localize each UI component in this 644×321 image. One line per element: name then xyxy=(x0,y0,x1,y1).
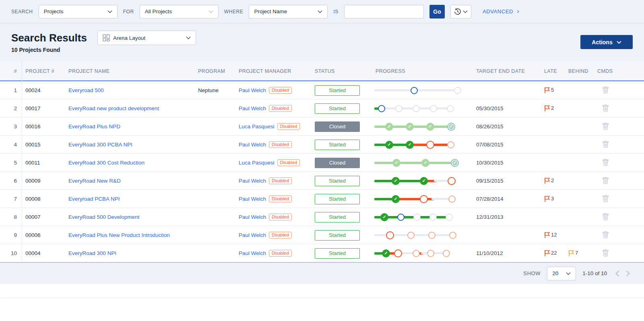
project-name-link[interactable]: EveryRoad 300 NPI xyxy=(68,250,116,256)
project-manager-link[interactable]: Paul Welch xyxy=(239,196,266,202)
project-manager-link[interactable]: Luca Pasquesi xyxy=(239,160,275,166)
progress-segment xyxy=(401,107,414,109)
advanced-search-link[interactable]: ADVANCED xyxy=(483,8,520,14)
search-history-button[interactable] xyxy=(450,5,471,19)
column-header-target-end-date[interactable]: TARGET END DATE xyxy=(473,68,541,74)
progress-segment xyxy=(413,144,427,146)
milestone-node: ✓ xyxy=(421,159,429,167)
project-manager-link[interactable]: Paul Welch xyxy=(239,178,266,184)
delete-row-button[interactable] xyxy=(602,231,609,239)
progress-track xyxy=(376,105,469,112)
milestone-node xyxy=(378,105,385,112)
delete-row-button[interactable] xyxy=(602,104,609,112)
actions-button[interactable]: Actions xyxy=(580,35,633,49)
column-header-progress[interactable]: PROGRESS xyxy=(372,68,473,74)
search-scope-select[interactable]: All Projects xyxy=(140,5,219,19)
delete-row-button[interactable] xyxy=(602,195,609,202)
status-badge: Started xyxy=(315,194,360,204)
previous-page-button[interactable] xyxy=(615,270,620,277)
target-end-date: 05/30/2015 xyxy=(473,105,541,111)
target-end-date: 11/10/2012 xyxy=(473,250,541,256)
manager-disabled-badge: Disabled xyxy=(269,87,292,94)
layout-select[interactable]: Arena Layout xyxy=(97,31,196,45)
row-number: 4 xyxy=(0,136,22,154)
project-name-link[interactable]: EveryRoad Plus New Product Introduction xyxy=(68,232,170,238)
milestone-node: ✓ xyxy=(392,195,400,203)
milestone-node xyxy=(427,250,434,257)
project-manager-link[interactable]: Paul Welch xyxy=(239,214,266,220)
late-indicator: 3 xyxy=(544,195,565,202)
delete-row-button[interactable] xyxy=(602,122,609,130)
progress-segment xyxy=(428,162,452,164)
project-number: 00024 xyxy=(22,87,65,93)
milestone-node: ✓ xyxy=(385,123,393,131)
progress-track xyxy=(376,87,469,94)
delete-row-button[interactable] xyxy=(602,213,609,220)
late-flag-icon xyxy=(544,195,550,202)
project-name-link[interactable]: EveryRoad 300 PCBA NPI xyxy=(68,142,132,148)
milestone-node: ✓ xyxy=(447,123,455,131)
progress-segment xyxy=(436,107,448,109)
progress-track: ✓✓✓ xyxy=(376,159,469,167)
project-name-link[interactable]: EveryRoad 500 Development xyxy=(68,214,139,220)
column-header-program[interactable]: PROGRAM xyxy=(195,68,235,74)
column-header-project-name[interactable]: PROJECT NAME xyxy=(65,68,195,74)
milestone-node xyxy=(395,105,402,112)
page-size-select[interactable]: 20 xyxy=(547,267,576,280)
search-field-select[interactable]: Project Name xyxy=(249,5,328,19)
project-name-link[interactable]: EveryRoad new product development xyxy=(68,105,159,111)
column-header-cmds[interactable]: CMDS xyxy=(594,68,644,74)
column-header-project-manager[interactable]: PROJECT MANAGER xyxy=(235,68,312,74)
project-manager-link[interactable]: Paul Welch xyxy=(239,105,266,111)
late-flag-icon xyxy=(544,105,550,112)
status-badge: Started xyxy=(315,176,360,186)
milestone-node xyxy=(448,177,456,185)
project-manager-link[interactable]: Paul Welch xyxy=(239,87,266,93)
status-badge: Closed xyxy=(315,121,360,132)
column-header-late[interactable]: LATE xyxy=(541,68,565,74)
target-end-date: 07/08/2015 xyxy=(473,142,541,148)
milestone-node xyxy=(411,87,418,94)
project-name-link[interactable]: Everyroad PCBA NPI xyxy=(68,196,120,202)
project-manager-link[interactable]: Paul Welch xyxy=(239,142,266,148)
pagination-range: 1-10 of 10 xyxy=(582,270,607,276)
milestone-node: ✓ xyxy=(380,213,388,221)
project-name-link[interactable]: EveryRoad New R&D xyxy=(68,178,121,184)
column-header-num[interactable]: # xyxy=(0,61,22,81)
manager-disabled-badge: Disabled xyxy=(269,250,292,257)
manager-disabled-badge: Disabled xyxy=(269,232,292,239)
project-manager-link[interactable]: Luca Pasquesi xyxy=(239,123,275,130)
milestone-node xyxy=(386,231,394,239)
go-button[interactable]: Go xyxy=(429,5,445,19)
progress-segment xyxy=(413,234,429,236)
column-header-project-no[interactable]: PROJECT # xyxy=(22,68,65,74)
is-label: IS xyxy=(333,9,339,14)
search-type-select[interactable]: Projects xyxy=(39,5,118,19)
late-count: 2 xyxy=(551,177,554,183)
delete-row-button[interactable] xyxy=(602,249,609,257)
project-manager-link[interactable]: Paul Welch xyxy=(239,232,266,238)
delete-row-button[interactable] xyxy=(602,86,609,94)
project-number: 00006 xyxy=(22,232,65,238)
search-value-input[interactable] xyxy=(344,5,424,19)
next-page-button[interactable] xyxy=(625,270,630,277)
column-header-status[interactable]: STATUS xyxy=(312,68,372,74)
status-badge: Started xyxy=(315,248,360,259)
delete-row-button[interactable] xyxy=(602,140,609,148)
project-number: 00016 xyxy=(22,123,65,130)
milestone-node xyxy=(426,141,434,149)
search-scope-value: All Projects xyxy=(145,8,172,14)
row-number: 7 xyxy=(0,190,22,208)
project-manager-link[interactable]: Paul Welch xyxy=(239,250,266,256)
late-count: 2 xyxy=(551,105,554,111)
delete-row-button[interactable] xyxy=(602,158,609,166)
page-bottom-spacer xyxy=(0,284,644,321)
column-header-behind[interactable]: BEHIND xyxy=(565,68,594,74)
project-name-link[interactable]: EveryRoad Plus NPD xyxy=(68,123,120,130)
project-name-link[interactable]: Everyroad 500 xyxy=(68,87,104,93)
chevron-down-icon xyxy=(463,10,468,13)
project-name-link[interactable]: EveryRoad 300 Cost Reduction xyxy=(68,160,144,166)
project-number: 00011 xyxy=(22,160,65,166)
milestone-node xyxy=(430,105,437,112)
delete-row-button[interactable] xyxy=(602,177,609,184)
